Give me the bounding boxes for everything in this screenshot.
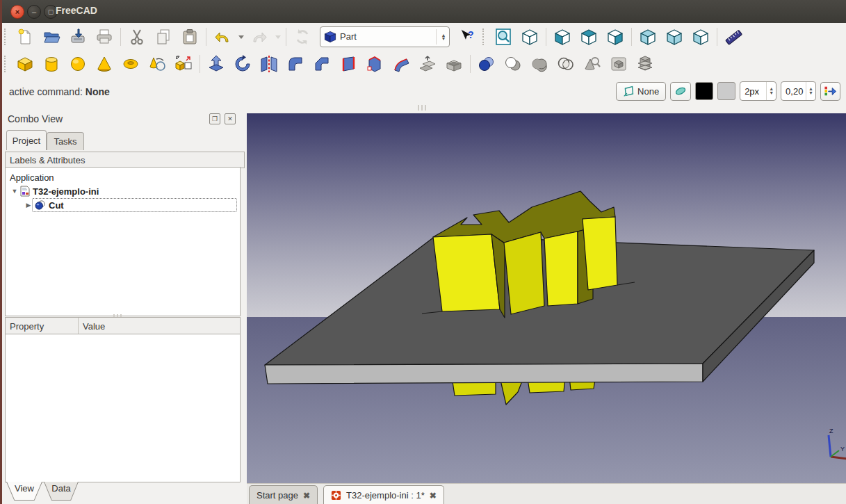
fillet-button[interactable] <box>283 52 308 76</box>
expander-closed-icon[interactable]: ▶ <box>25 202 32 209</box>
toolbar-drag-handle[interactable] <box>482 29 487 45</box>
new-document-button[interactable] <box>13 25 38 49</box>
column-value[interactable]: Value <box>79 318 240 334</box>
save-document-button[interactable] <box>65 25 90 49</box>
boolean-cut-button[interactable] <box>501 52 526 76</box>
workbench-selector[interactable]: Part ▲▼ <box>320 26 450 47</box>
plate-front-face <box>265 364 703 384</box>
toolbar-separator <box>286 28 286 46</box>
whats-this-button[interactable]: ? <box>455 25 480 49</box>
close-tab-icon[interactable]: ✖ <box>430 491 437 501</box>
construction-mode-icon <box>674 86 687 96</box>
redo-dropdown-button[interactable] <box>273 25 282 49</box>
open-document-icon <box>42 28 60 46</box>
text-scale-spinner[interactable]: 0,20 ▲▼ <box>781 81 816 101</box>
measure-distance-button[interactable] <box>721 25 746 49</box>
cross-section-button[interactable] <box>606 52 631 76</box>
mirror-button[interactable] <box>257 52 282 76</box>
cut-button[interactable] <box>124 25 149 49</box>
undo-button[interactable] <box>210 25 235 49</box>
cross-sections-button[interactable] <box>633 52 658 76</box>
view-rear-button[interactable] <box>635 25 660 49</box>
face-color-swatch[interactable] <box>717 82 735 100</box>
tab-document[interactable]: T32-ejemplo-ini : 1* ✖ <box>323 485 444 504</box>
toolbar-drag-handle[interactable] <box>4 56 9 72</box>
star-face-left <box>433 234 500 311</box>
workbench-selector-arrows[interactable]: ▲▼ <box>436 29 448 44</box>
tree-item-cut[interactable]: ▶ Cut <box>6 198 240 212</box>
column-property[interactable]: Property <box>6 318 79 334</box>
open-document-button[interactable] <box>39 25 64 49</box>
extrude-icon <box>207 55 225 73</box>
tab-start-page[interactable]: Start page ✖ <box>249 485 318 504</box>
cross-section-icon <box>610 55 628 73</box>
check-geometry-button[interactable] <box>580 52 605 76</box>
extrude-button[interactable] <box>204 52 229 76</box>
tab-view[interactable]: View <box>6 482 42 501</box>
tree-header-labels-attributes: Labels & Attributes <box>5 152 245 168</box>
boolean-union-button[interactable] <box>527 52 552 76</box>
view-right-button[interactable] <box>603 25 628 49</box>
boolean-common-button[interactable] <box>553 52 578 76</box>
redo-button[interactable] <box>247 25 272 49</box>
ruled-surface-button[interactable] <box>336 52 361 76</box>
tab-tasks[interactable]: Tasks <box>47 132 84 150</box>
torus-button[interactable] <box>118 52 143 76</box>
dock-close-button[interactable]: ✕ <box>225 113 236 124</box>
toolbar-standard: Part ▲▼ ? <box>2 23 846 50</box>
cylinder-button[interactable] <box>39 52 64 76</box>
boolean-button[interactable] <box>474 52 499 76</box>
sweep-button[interactable] <box>389 52 414 76</box>
tab-data[interactable]: Data <box>44 482 79 501</box>
thickness-button[interactable] <box>441 52 466 76</box>
offset-button[interactable] <box>415 52 440 76</box>
construction-mode-button[interactable] <box>670 82 691 101</box>
axis-y-label: Y <box>840 446 845 453</box>
copy-button[interactable] <box>151 25 176 49</box>
3d-viewport[interactable]: Z Y X <box>247 113 846 483</box>
view-bottom-button[interactable] <box>662 25 687 49</box>
cone-button[interactable] <box>92 52 117 76</box>
sphere-button[interactable] <box>65 52 90 76</box>
axonometric-icon <box>521 28 539 46</box>
loft-button[interactable] <box>362 52 387 76</box>
tree-item-document[interactable]: ▼ T32-ejemplo-ini <box>6 184 240 198</box>
toolbar-separator <box>717 28 717 46</box>
line-color-swatch[interactable] <box>695 82 713 100</box>
combo-view-title: Combo View <box>8 113 63 124</box>
shape-builder-button[interactable] <box>171 52 196 76</box>
working-plane-button[interactable]: None <box>616 82 666 101</box>
print-icon <box>95 28 113 46</box>
chamfer-button[interactable] <box>309 52 334 76</box>
close-tab-icon[interactable]: ✖ <box>303 491 310 501</box>
dock-splitter-handle[interactable] <box>418 105 426 111</box>
box-button[interactable] <box>13 52 38 76</box>
boolean-common-icon <box>557 55 575 73</box>
tree-item-application[interactable]: Application <box>6 170 240 184</box>
undo-dropdown-button[interactable] <box>236 25 245 49</box>
tab-project[interactable]: Project <box>6 130 47 150</box>
line-width-spinner[interactable]: 2px ▲▼ <box>740 81 776 101</box>
undo-icon <box>213 28 231 46</box>
fit-all-button[interactable] <box>491 25 516 49</box>
property-table-body <box>5 334 241 482</box>
view-top-button[interactable] <box>576 25 601 49</box>
apply-style-button[interactable] <box>820 82 840 101</box>
dock-float-button[interactable]: ❐ <box>209 113 220 124</box>
minimize-window-button[interactable]: – <box>27 5 41 19</box>
paste-button[interactable] <box>177 25 202 49</box>
toolbar-drag-handle[interactable] <box>4 29 9 45</box>
sphere-icon <box>69 55 87 73</box>
boolean-cut-icon <box>504 55 522 73</box>
create-primitives-button[interactable] <box>145 52 170 76</box>
print-button[interactable] <box>92 25 117 49</box>
fillet-icon <box>286 55 304 73</box>
view-left-button[interactable] <box>688 25 713 49</box>
close-window-button[interactable]: × <box>10 5 24 19</box>
axonometric-button[interactable] <box>517 25 542 49</box>
expander-open-icon[interactable]: ▼ <box>11 188 18 195</box>
new-document-icon <box>16 28 34 46</box>
view-front-button[interactable] <box>550 25 575 49</box>
refresh-button[interactable] <box>290 25 315 49</box>
revolve-button[interactable] <box>230 52 255 76</box>
